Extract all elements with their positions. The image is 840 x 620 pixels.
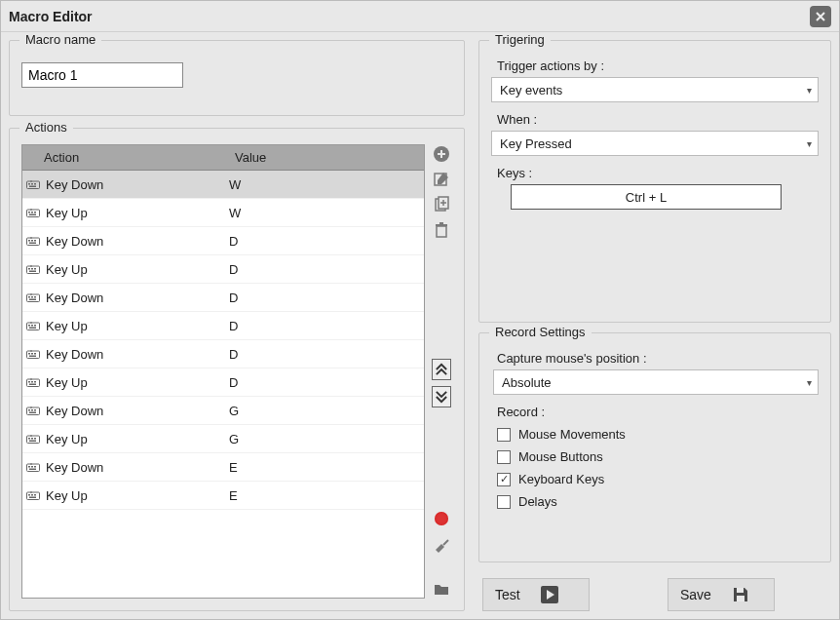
- svg-rect-82: [737, 596, 745, 601]
- svg-rect-65: [29, 469, 36, 471]
- record-option[interactable]: Delays: [497, 494, 819, 509]
- close-button[interactable]: [810, 6, 831, 27]
- delete-action-button[interactable]: [432, 220, 451, 240]
- checkbox-icon: [497, 450, 511, 464]
- svg-rect-71: [29, 497, 36, 499]
- actions-table[interactable]: Action Value Key DownWKey UpWKey DownDKe…: [21, 144, 425, 599]
- move-down-button[interactable]: [432, 386, 451, 407]
- macro-name-group: Macro name: [9, 40, 465, 116]
- move-up-button[interactable]: [432, 359, 451, 380]
- keyboard-icon: [26, 292, 40, 302]
- cell-value: E: [229, 488, 424, 503]
- record-option[interactable]: Mouse Buttons: [497, 449, 819, 464]
- test-button[interactable]: Test: [482, 578, 590, 611]
- open-folder-button[interactable]: [432, 579, 451, 599]
- table-row[interactable]: Key DownD: [22, 340, 424, 368]
- actions-group: Actions Action Value Key DownWKey UpWKey…: [9, 128, 465, 611]
- table-row[interactable]: Key UpD: [22, 312, 424, 340]
- edit-action-button[interactable]: [432, 170, 451, 189]
- plus-circle-icon: [433, 145, 450, 163]
- cell-action: Key Up: [44, 319, 229, 333]
- actions-body: Key DownWKey UpWKey DownDKey UpDKey Down…: [22, 171, 424, 598]
- svg-rect-5: [29, 186, 36, 188]
- double-chevron-up-icon: [433, 361, 450, 378]
- svg-rect-10: [34, 212, 36, 213]
- svg-rect-60: [27, 464, 40, 472]
- svg-rect-48: [27, 407, 40, 415]
- keys-value: Ctrl + L: [626, 190, 667, 205]
- table-row[interactable]: Key UpD: [22, 255, 424, 284]
- record-option[interactable]: Mouse Movements: [497, 427, 819, 442]
- save-button[interactable]: Save: [668, 578, 775, 611]
- svg-rect-6: [27, 210, 40, 217]
- svg-rect-46: [34, 381, 36, 383]
- record-icon: [435, 512, 448, 525]
- svg-rect-17: [29, 243, 36, 245]
- svg-rect-57: [31, 438, 33, 440]
- when-select[interactable]: Key Pressed ▾: [491, 131, 819, 156]
- clear-button[interactable]: [432, 534, 451, 554]
- table-row[interactable]: Key UpD: [22, 368, 424, 397]
- table-row[interactable]: Key UpG: [22, 425, 424, 453]
- macro-name-input[interactable]: [21, 62, 183, 88]
- capture-position-label: Capture mouse's position :: [493, 351, 819, 366]
- table-row[interactable]: Key UpE: [22, 482, 424, 510]
- cell-value: D: [229, 319, 424, 333]
- left-column: Macro name Actions Action Value Key Down…: [9, 40, 465, 611]
- trigger-by-value: Key events: [500, 83, 562, 97]
- table-row[interactable]: Key DownW: [22, 171, 424, 199]
- duplicate-action-button[interactable]: [432, 195, 451, 214]
- cell-action: Key Down: [44, 347, 229, 362]
- keyboard-icon: [26, 406, 40, 415]
- record-button[interactable]: [432, 509, 451, 528]
- table-row[interactable]: Key DownG: [22, 397, 424, 425]
- keys-label: Keys :: [491, 166, 819, 180]
- record-settings-group: Record Settings Capture mouse's position…: [478, 332, 831, 562]
- save-icon: [731, 585, 750, 604]
- actions-side-toolbar: [431, 144, 452, 599]
- table-row[interactable]: Key DownD: [22, 284, 424, 312]
- cell-value: D: [229, 375, 424, 390]
- add-action-button[interactable]: [432, 144, 451, 164]
- record-option[interactable]: ✓Keyboard Keys: [497, 472, 819, 486]
- table-row[interactable]: Key UpW: [22, 199, 424, 227]
- keyboard-icon: [26, 462, 40, 472]
- svg-rect-56: [28, 438, 30, 440]
- svg-rect-33: [31, 325, 33, 327]
- svg-rect-14: [28, 240, 30, 242]
- cell-value: W: [229, 177, 424, 192]
- checkbox-icon: ✓: [497, 473, 511, 486]
- cell-action: Key Down: [44, 177, 229, 192]
- cell-action: Key Up: [44, 206, 229, 220]
- svg-rect-8: [28, 212, 30, 213]
- cell-action: Key Down: [44, 404, 229, 418]
- triggering-group: Trigering Trigger actions by : Key event…: [478, 40, 831, 323]
- svg-rect-77: [436, 224, 447, 226]
- capture-position-select[interactable]: Absolute ▾: [493, 369, 819, 395]
- cell-value: G: [229, 432, 424, 446]
- trigger-by-select[interactable]: Key events ▾: [491, 77, 819, 102]
- svg-rect-18: [27, 266, 40, 274]
- svg-rect-15: [31, 240, 33, 242]
- svg-rect-21: [31, 268, 33, 270]
- keys-button[interactable]: Ctrl + L: [511, 184, 782, 210]
- svg-rect-50: [28, 409, 30, 411]
- keyboard-icon: [26, 236, 40, 246]
- svg-rect-26: [28, 296, 30, 298]
- svg-rect-27: [31, 296, 33, 298]
- titlebar: Macro Editor: [1, 1, 839, 32]
- cell-action: Key Down: [44, 234, 229, 249]
- column-header-action: Action: [22, 146, 227, 169]
- svg-rect-3: [31, 183, 33, 185]
- svg-rect-52: [34, 409, 36, 411]
- svg-rect-30: [27, 323, 40, 330]
- table-row[interactable]: Key DownD: [22, 227, 424, 255]
- actions-group-title: Actions: [19, 120, 73, 135]
- svg-rect-64: [34, 466, 36, 468]
- table-row[interactable]: Key DownE: [22, 453, 424, 482]
- keyboard-icon: [26, 321, 40, 330]
- svg-rect-4: [34, 183, 36, 185]
- svg-rect-78: [439, 222, 443, 224]
- cell-action: Key Up: [44, 375, 229, 390]
- svg-rect-53: [29, 412, 36, 414]
